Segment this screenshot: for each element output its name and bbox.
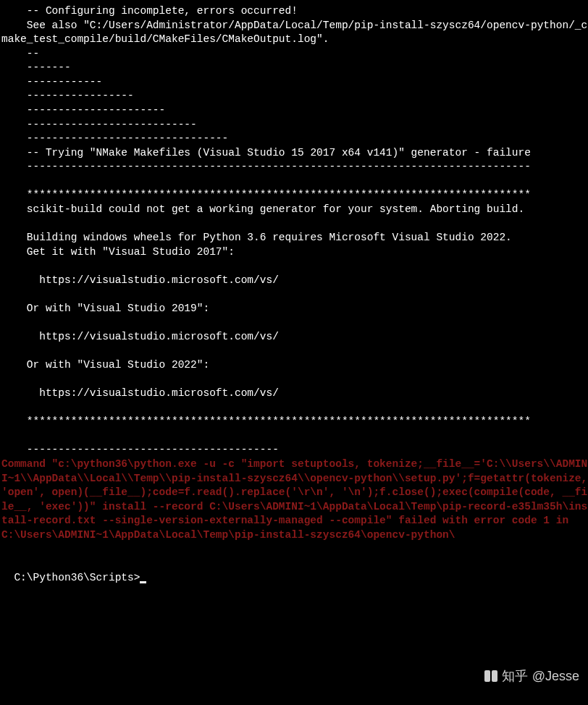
terminal-line: ****************************************… (1, 188, 588, 203)
terminal-line (1, 287, 588, 302)
terminal-line: Command "c:\python36\python.exe -u -c "i… (1, 457, 588, 542)
zhihu-icon (484, 670, 497, 682)
cursor (140, 581, 146, 583)
terminal-line: -- (1, 47, 588, 62)
terminal-line: Or with "Visual Studio 2022": (1, 358, 588, 373)
watermark-user: @Jesse (532, 667, 579, 685)
terminal-line: ---------------------- (1, 104, 588, 118)
terminal-line: ----------------- (1, 89, 588, 104)
terminal-line: Building windows wheels for Python 3.6 r… (1, 231, 588, 245)
terminal-line (1, 345, 588, 359)
terminal-line: https://visualstudio.microsoft.com/vs/ (1, 274, 588, 288)
terminal-line: --------------------------- (1, 118, 588, 132)
terminal-line: ---------------------------------------- (1, 443, 588, 457)
terminal-line (1, 373, 588, 387)
terminal-line (1, 216, 588, 231)
watermark: 知乎 @Jesse (484, 667, 579, 685)
terminal-line: ------- (1, 61, 588, 75)
terminal-line (1, 316, 588, 330)
terminal-line (1, 429, 588, 444)
prompt-text: C:\Python36\Scripts> (14, 572, 140, 583)
terminal-line: ----------------------------------------… (1, 160, 588, 174)
terminal-line: ------------ (1, 75, 588, 90)
terminal-line: https://visualstudio.microsoft.com/vs/ (1, 387, 588, 401)
terminal-line: Or with "Visual Studio 2019": (1, 302, 588, 316)
terminal-line (1, 401, 588, 415)
terminal-line (1, 174, 588, 189)
terminal-line: -- Configuring incomplete, errors occurr… (1, 4, 588, 19)
terminal-line: -- Trying "NMake Makefiles (Visual Studi… (1, 146, 588, 161)
terminal-line (1, 542, 588, 557)
terminal-line: scikit-build could not get a working gen… (1, 203, 588, 217)
watermark-brand: 知乎 (502, 667, 528, 685)
terminal-line: Get it with "Visual Studio 2017": (1, 245, 588, 260)
terminal-line: ****************************************… (1, 415, 588, 429)
terminal-line: See also "C:/Users/Administrator/AppData… (1, 19, 588, 47)
prompt-line[interactable]: C:\Python36\Scripts> (1, 557, 588, 585)
terminal-line: https://visualstudio.microsoft.com/vs/ (1, 330, 588, 345)
terminal-output: -- Configuring incomplete, errors occurr… (1, 4, 588, 557)
terminal-line: -------------------------------- (1, 132, 588, 146)
terminal-line (1, 259, 588, 274)
